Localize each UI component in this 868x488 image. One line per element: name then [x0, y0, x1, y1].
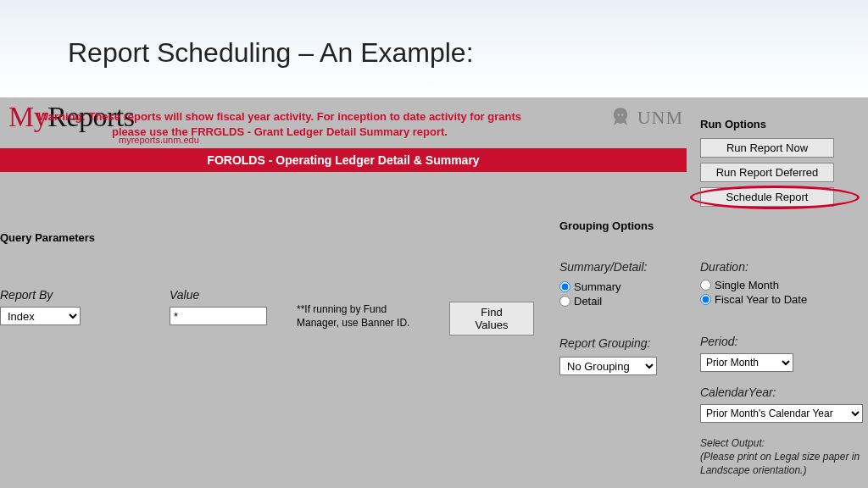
app-frame: MyReports myreports.unm.edu UNM FOROLDS …	[0, 97, 868, 488]
col-grouping: Grouping Options Summary/Detail: Summary…	[559, 97, 695, 488]
report-grouping-block: Report Grouping: No Grouping	[559, 336, 691, 375]
select-output-label: Select Output:	[700, 437, 765, 449]
value-label: Value	[170, 288, 280, 302]
run-buttons: Run Report Now Run Report Deferred Sched…	[700, 138, 836, 207]
value-input[interactable]	[170, 307, 267, 325]
query-parameters-heading: Query Parameters	[0, 231, 95, 244]
period-block: Period: Prior Month	[700, 335, 863, 372]
summary-detail-label: Summary/Detail:	[559, 260, 691, 274]
calendar-block: CalendarYear: Prior Month's Calendar Yea…	[700, 385, 863, 423]
report-by-select[interactable]: Index	[0, 307, 81, 325]
find-values-button[interactable]: Find Values	[449, 302, 534, 336]
fytd-radio[interactable]	[700, 294, 711, 305]
fund-manager-hint: **If running by Fund Manager, use Banner…	[297, 303, 424, 330]
report-grouping-label: Report Grouping:	[559, 336, 691, 350]
report-by-label: Report By	[0, 288, 93, 302]
query-form-row: Report By Index Value **If running by Fu…	[0, 288, 559, 336]
col-main: Warning: These reports will show fiscal …	[0, 97, 559, 488]
calendar-label: CalendarYear:	[700, 385, 863, 399]
detail-radio[interactable]	[559, 296, 570, 307]
col-right: Run Options Run Report Now Run Report De…	[695, 97, 868, 488]
summary-radio[interactable]	[559, 281, 570, 292]
calendar-select[interactable]: Prior Month's Calendar Year	[700, 404, 863, 423]
warning-text: Warning: These reports will show fiscal …	[0, 97, 559, 144]
run-now-button[interactable]: Run Report Now	[700, 138, 834, 158]
duration-block: Duration: Single Month Fiscal Year to Da…	[700, 260, 863, 308]
schedule-report-button[interactable]: Schedule Report	[700, 187, 834, 207]
summary-detail-block: Summary/Detail: Summary Detail	[559, 260, 691, 309]
report-grouping-select[interactable]: No Grouping	[559, 357, 657, 375]
grouping-options-heading: Grouping Options	[559, 219, 654, 232]
single-month-radio[interactable]	[700, 280, 711, 291]
detail-radio-label: Detail	[574, 295, 602, 308]
run-options-heading: Run Options	[700, 118, 766, 130]
duration-label: Duration:	[700, 260, 863, 274]
run-deferred-button[interactable]: Run Report Deferred	[700, 163, 834, 182]
summary-radio-label: Summary	[574, 280, 621, 293]
output-block: Select Output: (Please print on Legal si…	[700, 436, 863, 478]
period-label: Period:	[700, 335, 863, 348]
output-note: (Please print on Legal size paper in Lan…	[700, 451, 860, 476]
slide-title: Report Scheduling – An Example:	[0, 0, 868, 89]
fytd-label: Fiscal Year to Date	[715, 293, 807, 306]
single-month-label: Single Month	[715, 279, 779, 291]
period-select[interactable]: Prior Month	[700, 353, 793, 372]
